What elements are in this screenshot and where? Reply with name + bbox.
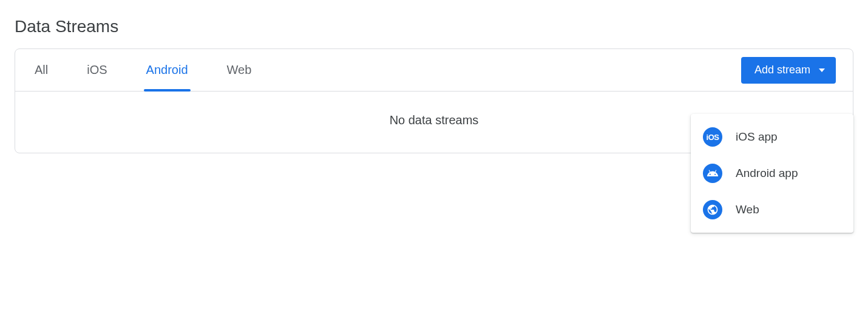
- web-icon: [703, 200, 722, 219]
- tab-ios[interactable]: iOS: [84, 49, 109, 91]
- tab-web[interactable]: Web: [225, 49, 254, 91]
- tabs: All iOS Android Web: [32, 49, 254, 91]
- dropdown-item-android-app[interactable]: Android app: [691, 155, 853, 192]
- dropdown-item-label: Web: [736, 203, 759, 216]
- caret-down-icon: [819, 68, 825, 72]
- add-stream-button[interactable]: Add stream: [741, 57, 836, 84]
- tabs-row: All iOS Android Web Add stream: [15, 49, 853, 92]
- dropdown-item-label: iOS app: [736, 130, 778, 144]
- dropdown-item-label: Android app: [736, 167, 798, 180]
- android-icon: [703, 164, 722, 183]
- tab-all[interactable]: All: [32, 49, 50, 91]
- tab-label: Android: [146, 63, 188, 77]
- tab-android[interactable]: Android: [144, 49, 191, 91]
- tab-label: Web: [227, 63, 252, 77]
- tab-label: All: [35, 63, 48, 77]
- page-title: Data Streams: [0, 0, 868, 48]
- add-stream-dropdown: iOS iOS app Android app Web: [691, 114, 853, 233]
- dropdown-item-ios-app[interactable]: iOS iOS app: [691, 119, 853, 155]
- ios-icon: iOS: [703, 127, 722, 147]
- tab-label: iOS: [87, 63, 107, 77]
- add-stream-label: Add stream: [754, 64, 810, 76]
- dropdown-item-web[interactable]: Web: [691, 192, 853, 228]
